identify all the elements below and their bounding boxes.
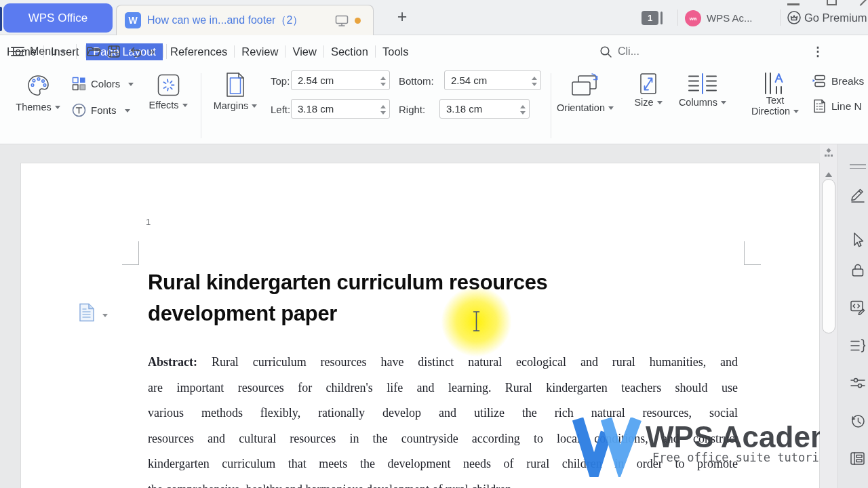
scroll-up-arrow[interactable] xyxy=(825,169,832,177)
orientation-icon xyxy=(570,72,601,100)
margin-bottom-field xyxy=(444,70,541,90)
chevron-down-icon xyxy=(128,83,134,89)
chevron-down-icon xyxy=(55,106,60,112)
margin-left-field xyxy=(291,99,390,119)
palette-icon xyxy=(26,73,50,98)
more-quick-tools-button[interactable]: » xyxy=(149,35,155,68)
chevron-down-icon xyxy=(125,109,130,115)
theme-fonts-icon xyxy=(72,103,86,117)
close-button[interactable] xyxy=(860,0,867,6)
margin-right-label: Right: xyxy=(399,104,425,115)
more-options-button[interactable]: ⋮ xyxy=(812,35,824,68)
menu-label: Menu xyxy=(30,45,57,58)
margin-top-input[interactable] xyxy=(292,71,389,89)
undo-icon[interactable] xyxy=(127,45,142,58)
chevron-down-icon[interactable] xyxy=(102,314,108,320)
edit-field-code-icon[interactable] xyxy=(850,299,866,315)
page-number: 1 xyxy=(146,217,151,227)
history-clock-icon[interactable] xyxy=(850,413,866,429)
margin-bottom-input[interactable] xyxy=(445,71,540,89)
colors-button[interactable]: Colors xyxy=(72,77,134,91)
right-tool-panel xyxy=(837,144,868,488)
spinner-arrows[interactable] xyxy=(380,74,386,89)
page-layout-ribbon: Themes Colors Fonts xyxy=(0,68,868,144)
maximize-button[interactable] xyxy=(827,0,837,5)
size-label: Size xyxy=(634,97,653,108)
document-title-line-1: Rural kindergarten curriculum resources xyxy=(148,267,677,298)
paragraph-outline-icon[interactable] xyxy=(850,338,866,354)
wps-office-home-button[interactable]: WPS Office xyxy=(3,3,113,33)
tab-tools[interactable]: Tools xyxy=(376,43,416,60)
line-numbers-icon xyxy=(812,99,827,113)
text-direction-label-1: Text xyxy=(766,95,785,106)
command-search[interactable]: Cli... xyxy=(599,35,639,68)
tab-count-badge[interactable]: 1 xyxy=(642,11,658,25)
hamburger-icon xyxy=(11,46,24,57)
menu-divider xyxy=(76,44,77,59)
orientation-button[interactable]: Orientation xyxy=(548,72,623,113)
tab-references[interactable]: References xyxy=(163,43,234,60)
breaks-icon xyxy=(812,75,827,87)
colors-label: Colors xyxy=(91,78,120,89)
themes-button[interactable]: Themes xyxy=(22,73,54,113)
search-icon xyxy=(599,45,612,58)
titlebar: WPS Office W How can we in...and footer（… xyxy=(0,0,868,35)
watermark-tagline-text: Free office suite tutorials xyxy=(652,451,840,464)
scrollbar-options-icon[interactable] xyxy=(823,148,834,158)
line-numbers-button[interactable]: Line N xyxy=(812,99,862,113)
margin-crop-mark xyxy=(744,241,745,265)
fonts-label: Fonts xyxy=(91,104,117,116)
effects-label: Effects xyxy=(149,100,178,110)
tab-review[interactable]: Review xyxy=(235,43,285,60)
spinner-arrows[interactable] xyxy=(380,102,386,117)
margin-crop-mark xyxy=(138,241,139,265)
main-menu-button[interactable]: Menu xyxy=(11,35,66,68)
text-direction-button[interactable]: Text Direction xyxy=(745,72,806,117)
margin-left-input[interactable] xyxy=(292,100,389,118)
new-tab-button[interactable]: + xyxy=(392,7,412,27)
open-file-icon[interactable] xyxy=(86,45,101,58)
tab-section[interactable]: Section xyxy=(324,43,375,60)
chevron-down-icon xyxy=(657,101,663,107)
chevron-down-icon xyxy=(721,101,726,107)
margin-right-field xyxy=(439,99,530,119)
account-avatar[interactable]: wa xyxy=(685,10,701,26)
page-layout-panel-icon[interactable] xyxy=(850,451,866,467)
screen-share-icon[interactable] xyxy=(335,15,349,26)
chevron-down-icon xyxy=(60,50,66,56)
columns-button[interactable]: Columns xyxy=(673,73,732,108)
panel-handle[interactable] xyxy=(850,164,866,171)
spinner-arrows[interactable] xyxy=(532,74,537,89)
fonts-button[interactable]: Fonts xyxy=(72,103,130,117)
search-placeholder: Cli... xyxy=(618,45,639,58)
abstract-paragraph[interactable]: Abstract: Rural curriculum resources hav… xyxy=(148,350,738,488)
document-title[interactable]: Rural kindergarten curriculum resources … xyxy=(148,267,677,329)
margins-label: Margins xyxy=(214,100,249,111)
titlebar-divider xyxy=(677,9,678,26)
paragraph-line: Abstract: Rural curriculum resources hav… xyxy=(148,350,738,375)
page-settings-quick-icon[interactable] xyxy=(79,303,95,322)
account-name[interactable]: WPS Ac... xyxy=(707,12,753,24)
select-cursor-icon[interactable] xyxy=(850,232,866,248)
settings-sliders-icon[interactable] xyxy=(850,375,866,391)
page-size-button[interactable]: Size xyxy=(629,73,667,108)
spinner-arrows[interactable] xyxy=(520,102,526,117)
theme-effects-icon xyxy=(157,74,180,96)
writer-document-icon: W xyxy=(125,12,141,28)
premium-badge-icon[interactable] xyxy=(787,10,802,25)
tab-view[interactable]: View xyxy=(285,43,323,60)
wps-writer-window: WPS Office W How can we in...and footer（… xyxy=(0,0,868,488)
save-icon[interactable] xyxy=(107,45,121,58)
breaks-button[interactable]: Breaks xyxy=(812,75,864,87)
go-premium-button[interactable]: Go Premium xyxy=(804,12,867,24)
margins-button[interactable]: Margins xyxy=(205,72,266,111)
lock-icon[interactable] xyxy=(850,262,866,279)
margin-right-input[interactable] xyxy=(440,100,529,118)
minimize-button[interactable] xyxy=(787,3,800,5)
vertical-scrollbar[interactable] xyxy=(820,144,837,488)
scrollbar-thumb[interactable] xyxy=(822,179,835,333)
window-edge-accent xyxy=(0,7,2,31)
document-tab[interactable]: W How can we in...and footer（2） xyxy=(116,5,374,35)
edit-pen-icon[interactable] xyxy=(850,186,866,203)
effects-button[interactable]: Effects xyxy=(146,74,190,110)
